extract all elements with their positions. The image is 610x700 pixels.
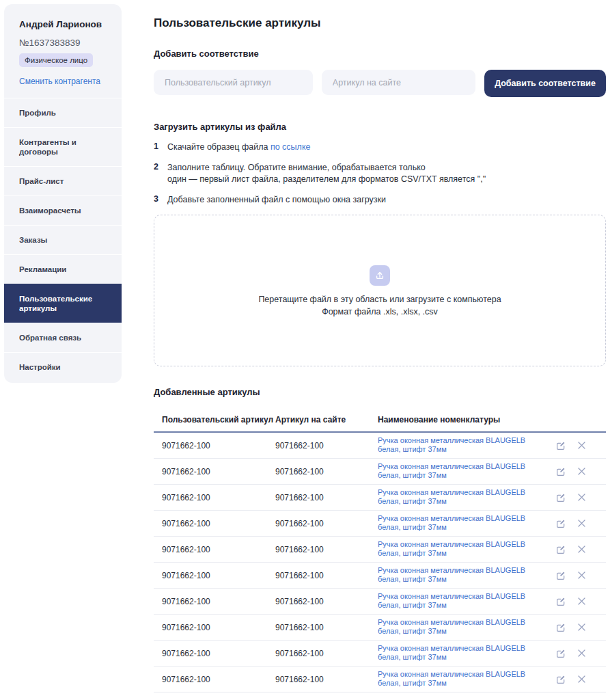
cell-nomenclature: Ручка оконная металлическая BLAUGELB бел…: [378, 488, 555, 507]
remove-icon[interactable]: [577, 440, 587, 450]
table-row: 9071662-100 9071662-100 Ручка оконная ме…: [154, 485, 606, 511]
sidebar-item-claims[interactable]: Рекламации: [4, 254, 122, 284]
sidebar-item-pricelist[interactable]: Прайс-лист: [4, 166, 122, 196]
remove-icon[interactable]: [577, 544, 587, 554]
cell-actions: [555, 544, 606, 555]
edit-icon[interactable]: [555, 596, 566, 607]
cell-actions: [555, 674, 606, 685]
cell-site-article: 9071662-100: [275, 545, 378, 554]
product-name-link[interactable]: Ручка оконная металлическая BLAUGELB бел…: [378, 592, 550, 610]
cell-site-article: 9071662-100: [275, 467, 378, 476]
col-header-nomenclature: Наименование номенклатуры: [378, 415, 555, 425]
cell-site-article: 9071662-100: [275, 519, 378, 528]
cell-nomenclature: Ручка оконная металлическая BLAUGELB бел…: [378, 644, 555, 662]
cell-user-article: 9071662-100: [154, 675, 275, 684]
product-name-link[interactable]: Ручка оконная металлическая BLAUGELB бел…: [378, 618, 550, 636]
user-article-input[interactable]: [154, 70, 313, 95]
table-row: 9071662-100 9071662-100 Ручка оконная ме…: [154, 433, 606, 459]
step-text: Добавьте заполненный файл с помощью окна…: [167, 194, 386, 206]
remove-icon[interactable]: [577, 622, 587, 632]
sidebar-menu: Профиль Контрагенты и договоры Прайс-лис…: [4, 98, 122, 381]
product-name-link[interactable]: Ручка оконная металлическая BLAUGELB бел…: [378, 436, 550, 454]
upload-from-file-heading: Загрузить артикулы из файла: [154, 122, 606, 132]
file-dropzone[interactable]: Перетащите файл в эту область или загруз…: [154, 215, 606, 366]
cell-site-article: 9071662-100: [275, 675, 378, 684]
cell-user-article: 9071662-100: [154, 545, 275, 554]
remove-icon[interactable]: [577, 518, 587, 528]
cell-site-article: 9071662-100: [275, 623, 378, 632]
main-content: Пользовательские артикулы Добавить соотв…: [154, 0, 606, 700]
cell-actions: [555, 622, 606, 633]
add-mapping-heading: Добавить соответствие: [154, 49, 606, 59]
step-number: 3: [154, 194, 167, 206]
remove-icon[interactable]: [577, 674, 587, 684]
add-mapping-form: Добавить соответствие: [154, 70, 606, 97]
remove-icon[interactable]: [577, 466, 587, 476]
cell-user-article: 9071662-100: [154, 441, 275, 450]
sidebar-item-settings[interactable]: Настройки: [4, 352, 122, 381]
edit-icon[interactable]: [555, 440, 566, 451]
articles-table: Пользовательский артикул Артикул на сайт…: [154, 408, 606, 692]
cell-actions: [555, 648, 606, 659]
user-name: Андрей Ларионов: [19, 19, 108, 29]
dropzone-format-text: Формат файла .xls, .xlsx, .csv: [322, 307, 438, 317]
added-articles-heading: Добавленные артикулы: [154, 387, 606, 397]
table-row: 9071662-100 9071662-100 Ручка оконная ме…: [154, 563, 606, 589]
edit-icon[interactable]: [555, 518, 566, 529]
sidebar-item-counterparties[interactable]: Контрагенты и договоры: [4, 127, 122, 166]
edit-icon[interactable]: [555, 674, 566, 685]
remove-icon[interactable]: [577, 492, 587, 502]
edit-icon[interactable]: [555, 570, 566, 581]
product-name-link[interactable]: Ручка оконная металлическая BLAUGELB бел…: [378, 514, 550, 532]
cell-nomenclature: Ручка оконная металлическая BLAUGELB бел…: [378, 670, 555, 688]
cell-actions: [555, 440, 606, 451]
col-header-site-article: Артикул на сайте: [275, 415, 378, 425]
sidebar-item-orders[interactable]: Заказы: [4, 225, 122, 254]
sidebar-item-settlements[interactable]: Взаиморасчеты: [4, 196, 122, 225]
cell-nomenclature: Ручка оконная металлическая BLAUGELB бел…: [378, 566, 555, 584]
sample-file-link[interactable]: по ссылке: [271, 142, 311, 152]
edit-icon[interactable]: [555, 492, 566, 503]
cell-user-article: 9071662-100: [154, 519, 275, 528]
change-counterparty-link[interactable]: Сменить контрагента: [19, 77, 100, 86]
cell-actions: [555, 466, 606, 477]
table-row: 9071662-100 9071662-100 Ручка оконная ме…: [154, 537, 606, 563]
remove-icon[interactable]: [577, 648, 587, 658]
cell-actions: [555, 492, 606, 503]
user-type-badge: Физическое лицо: [19, 53, 93, 67]
product-name-link[interactable]: Ручка оконная металлическая BLAUGELB бел…: [378, 566, 550, 584]
remove-icon[interactable]: [577, 596, 587, 606]
upload-step-3: 3 Добавьте заполненный файл с помощью ок…: [154, 194, 606, 206]
edit-icon[interactable]: [555, 466, 566, 477]
upload-step-2: 2 Заполните таблицу. Обратите внимание, …: [154, 162, 606, 185]
add-mapping-button[interactable]: Добавить соответствие: [484, 70, 606, 97]
edit-icon[interactable]: [555, 622, 566, 633]
step-text: Скачайте образец файла по ссылке: [167, 142, 310, 153]
product-name-link[interactable]: Ручка оконная металлическая BLAUGELB бел…: [378, 540, 550, 558]
cell-nomenclature: Ручка оконная металлическая BLAUGELB бел…: [378, 592, 555, 610]
page-title: Пользовательские артикулы: [154, 16, 606, 30]
cell-nomenclature: Ручка оконная металлическая BLAUGELB бел…: [378, 462, 555, 481]
edit-icon[interactable]: [555, 544, 566, 555]
cell-site-article: 9071662-100: [275, 571, 378, 580]
cell-nomenclature: Ручка оконная металлическая BLAUGELB бел…: [378, 618, 555, 636]
upload-step-1: 1 Скачайте образец файла по ссылке: [154, 142, 606, 153]
sidebar-item-feedback[interactable]: Обратная связь: [4, 323, 122, 352]
sidebar-item-profile[interactable]: Профиль: [4, 98, 122, 127]
product-name-link[interactable]: Ручка оконная металлическая BLAUGELB бел…: [378, 644, 550, 662]
cell-site-article: 9071662-100: [275, 597, 378, 606]
cell-nomenclature: Ручка оконная металлическая BLAUGELB бел…: [378, 540, 555, 558]
cell-user-article: 9071662-100: [154, 467, 275, 476]
product-name-link[interactable]: Ручка оконная металлическая BLAUGELB бел…: [378, 462, 550, 480]
cell-user-article: 9071662-100: [154, 623, 275, 632]
table-header-row: Пользовательский артикул Артикул на сайт…: [154, 408, 606, 433]
remove-icon[interactable]: [577, 570, 587, 580]
col-header-user-article: Пользовательский артикул: [154, 415, 275, 425]
sidebar-item-custom-articles[interactable]: Пользовательские артикулы: [4, 284, 122, 323]
product-name-link[interactable]: Ручка оконная металлическая BLAUGELB бел…: [378, 488, 550, 506]
product-name-link[interactable]: Ручка оконная металлическая BLAUGELB бел…: [378, 670, 550, 688]
site-article-input[interactable]: [322, 70, 475, 95]
table-row: 9071662-100 9071662-100 Ручка оконная ме…: [154, 459, 606, 485]
upload-tray-icon: [370, 265, 390, 286]
edit-icon[interactable]: [555, 648, 566, 659]
